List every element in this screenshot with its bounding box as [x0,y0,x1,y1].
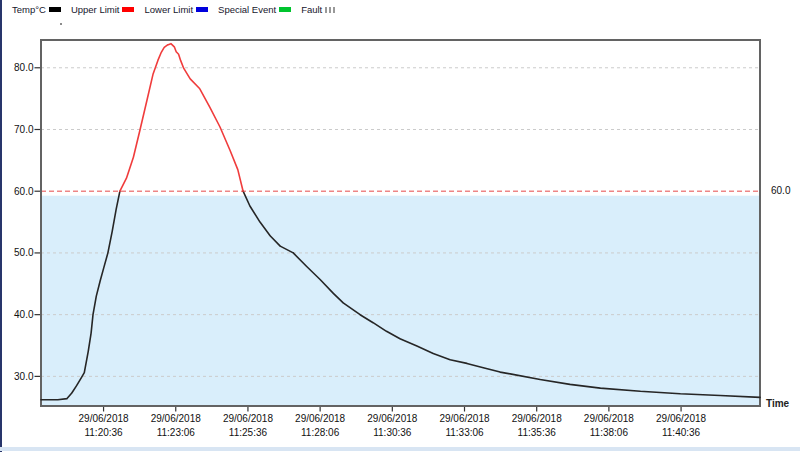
x-axis-title: Time [766,398,789,409]
x-tick-date-label: 29/06/2018 [79,413,129,424]
below-limit-band [42,196,759,405]
x-tick-date-label: 29/06/2018 [295,413,345,424]
bottom-panel-edge [0,447,800,451]
x-tick-time-label: 11:28:06 [301,427,340,438]
x-tick-time-label: 11:40:36 [662,427,701,438]
y-tick-label: 60.0 [14,186,34,197]
x-tick-date-label: 29/06/2018 [367,413,417,424]
x-tick-time-label: 11:35:36 [518,427,557,438]
temp-line-above-limit [120,44,243,192]
x-tick-time-label: 11:20:36 [84,427,123,438]
temperature-trend-chart[interactable]: 30.040.050.060.070.080.029/06/201811:20:… [0,0,800,452]
x-tick-time-label: 11:38:06 [590,427,629,438]
x-tick-date-label: 29/06/2018 [439,413,489,424]
x-tick-date-label: 29/06/2018 [656,413,706,424]
y-tick-label: 30.0 [14,371,34,382]
x-tick-date-label: 29/06/2018 [151,413,201,424]
x-tick-date-label: 29/06/2018 [584,413,634,424]
x-tick-time-label: 11:25:36 [229,427,268,438]
y-tick-label: 50.0 [14,247,34,258]
x-tick-time-label: 11:33:06 [445,427,484,438]
y-tick-label: 70.0 [14,124,34,135]
upper-limit-value-label: 60.0 [771,185,790,196]
x-tick-time-label: 11:30:36 [373,427,412,438]
y-tick-label: 80.0 [14,62,34,73]
trend-viewer-window: Temp°C Upper Limit Lower Limit Special E… [0,0,800,452]
x-tick-date-label: 29/06/2018 [512,413,562,424]
x-tick-time-label: 11:23:06 [157,427,196,438]
y-tick-label: 40.0 [14,309,34,320]
x-tick-date-label: 29/06/2018 [223,413,273,424]
